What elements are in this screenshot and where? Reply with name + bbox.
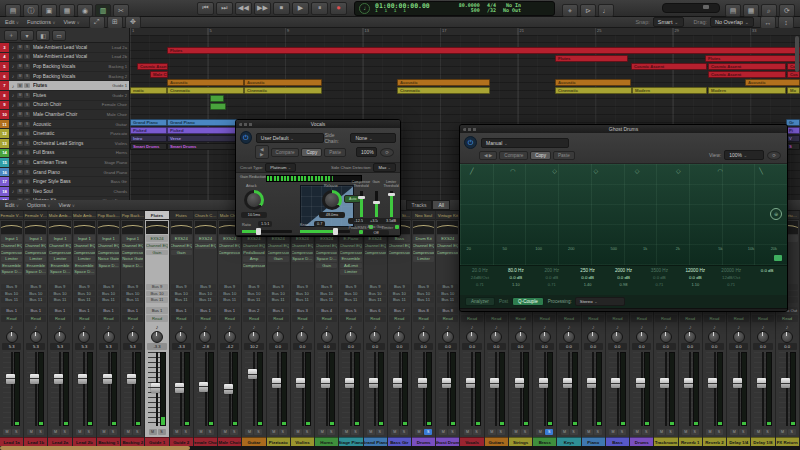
audio-fx-slot[interactable]: Channel EQ — [98, 243, 119, 249]
solo-button[interactable]: S — [24, 83, 30, 88]
send-slot[interactable]: Bus 9 — [195, 284, 216, 290]
arrange-region[interactable]: Cinematic — [167, 87, 244, 94]
ratio-slider[interactable] — [242, 230, 292, 233]
inspector-icon[interactable]: ⓘ — [23, 4, 39, 17]
eq-band-6[interactable]: 3500 Hz0.0 dB0.71 — [641, 268, 677, 295]
audio-fx-slot[interactable]: Space D… — [316, 256, 337, 262]
mixer-strip[interactable]: Female V…Input 1Channel EQCompressorLimi… — [0, 211, 24, 447]
arrange-region[interactable]: Acoustic — [244, 79, 322, 86]
automation-mode-button[interactable]: Read — [316, 315, 337, 322]
paste-button[interactable]: Paste — [324, 148, 346, 157]
audio-fx-slot[interactable]: Gain — [316, 263, 337, 269]
arrange-region[interactable]: Acoustic — [745, 79, 800, 86]
drag-selector[interactable]: No Overlap — [710, 17, 754, 27]
automation-mode-button[interactable]: Read — [1, 315, 22, 322]
strip-eq-thumbnail[interactable] — [413, 221, 434, 234]
strip-setting-button[interactable]: Vintage Kit — [436, 211, 459, 220]
automation-mode-button[interactable]: Read — [195, 315, 216, 322]
strip-output-slot[interactable]: Bus 5 — [340, 307, 361, 314]
pan-knob[interactable] — [175, 331, 187, 343]
mute-button[interactable]: M — [76, 429, 84, 435]
arrange-region[interactable]: Gr — [786, 119, 800, 126]
solo-button[interactable]: S — [303, 429, 311, 435]
knee-slider[interactable] — [300, 230, 350, 233]
send-slot[interactable]: Bus 11 — [340, 297, 361, 303]
window-zoom-selector[interactable]: 100% — [356, 147, 377, 157]
volume-fader[interactable] — [730, 352, 747, 426]
track-header-row[interactable]: 6♪MSPop Backing VocalsBacking 2 — [0, 72, 129, 82]
track-header-row[interactable]: 18♪MSNeo SoulChords — [0, 187, 129, 197]
eq-band-1[interactable]: 20.0 Hz24dB/Oct0.71 — [462, 268, 498, 295]
solo-button[interactable]: S — [327, 429, 335, 435]
forward-button[interactable]: ▶▶ — [254, 2, 271, 15]
preset-selector[interactable]: User Default — [256, 133, 325, 143]
mute-button[interactable]: M — [367, 429, 375, 435]
send-slot[interactable]: Bus 11 — [413, 297, 434, 303]
strip-eq-thumbnail[interactable] — [195, 221, 216, 234]
strip-instrument-slot[interactable]: Input 1 — [98, 235, 119, 242]
solo-button[interactable]: S — [182, 429, 190, 435]
send-slot[interactable]: Bus 9 — [171, 284, 192, 290]
pan-knob[interactable] — [708, 331, 720, 343]
mixer-strip[interactable]: AcousticEXS24Channel EQPedalboardAmpComp… — [242, 211, 266, 447]
eq-band-icon-7[interactable]: ◠ — [717, 167, 722, 174]
solo-button[interactable]: S — [691, 429, 699, 435]
send-slot[interactable]: Bus 11 — [122, 297, 143, 303]
volume-fader[interactable] — [100, 352, 117, 426]
strip-eq-thumbnail[interactable] — [122, 221, 143, 234]
arrange-region[interactable]: Mo — [787, 87, 800, 94]
audio-fx-slot[interactable]: Limiter — [74, 256, 95, 262]
track-header-row[interactable]: 10♪MSMale Chamber ChoirMale Choir — [0, 110, 129, 120]
audio-fx-slot[interactable]: Compressor — [122, 250, 143, 256]
audio-fx-slot[interactable]: Channel EQ — [122, 243, 143, 249]
mute-button[interactable]: M — [17, 112, 23, 117]
volume-fader[interactable] — [609, 352, 626, 426]
strip-instrument-slot[interactable]: EXS24 — [437, 235, 458, 242]
solo-button[interactable]: S — [24, 160, 30, 165]
strip-output-slot[interactable]: Bus 1 — [25, 307, 46, 314]
strip-instrument-slot[interactable]: Input 1 — [49, 235, 70, 242]
link-icon[interactable]: ⟳ — [767, 151, 781, 160]
volume-fader[interactable] — [197, 352, 214, 426]
send-slot[interactable]: Bus 11 — [171, 297, 192, 303]
strip-setting-button[interactable]: Church C… — [194, 211, 217, 220]
mute-button[interactable]: M — [17, 93, 23, 98]
eq-band-5[interactable]: 2000 Hz0.0 dB0.98 — [606, 268, 642, 295]
audio-fx-slot[interactable]: Space D… — [74, 269, 95, 275]
fader-handle[interactable] — [466, 378, 475, 388]
send-slot[interactable]: Bus 10 — [195, 291, 216, 297]
menu-functions[interactable]: Functions — [27, 19, 55, 25]
audio-fx-slot[interactable]: Channel EQ — [25, 243, 46, 249]
mute-button[interactable]: M — [149, 429, 157, 435]
send-slot[interactable]: Bus 11 — [389, 297, 410, 303]
snap-selector[interactable]: Smart — [653, 17, 684, 27]
strip-eq-thumbnail[interactable] — [1, 221, 22, 234]
strip-instrument-slot[interactable]: Input 1 — [74, 235, 95, 242]
solo-button[interactable]: S — [24, 112, 30, 117]
volume-fader[interactable] — [51, 352, 68, 426]
track-header-row[interactable]: 12♪MSCinematicPizzicato — [0, 129, 129, 139]
mute-button[interactable]: M — [415, 429, 423, 435]
solo-button[interactable]: S — [24, 64, 30, 69]
pan-knob[interactable] — [442, 331, 454, 343]
audio-fx-slot[interactable]: Limiter — [1, 256, 22, 262]
send-slot[interactable]: Bus 10 — [49, 291, 70, 297]
volume-fader[interactable] — [221, 352, 238, 426]
send-slot[interactable]: Bus 11 — [49, 297, 70, 303]
mixer-strip[interactable]: Grand Pi…EXS24Channel EQCompressorBus 9B… — [364, 211, 388, 447]
audio-fx-slot[interactable]: Limiter — [49, 256, 70, 262]
mute-button[interactable]: M — [17, 45, 23, 50]
strip-output-slot[interactable]: Bus 1 — [74, 307, 95, 314]
audio-fx-slot[interactable]: Channel EQ — [146, 243, 167, 249]
mute-button[interactable]: M — [657, 429, 665, 435]
audio-fx-slot[interactable]: Compressor — [437, 250, 458, 256]
automation-mode-button[interactable]: Read — [243, 315, 264, 322]
mute-button[interactable]: M — [706, 429, 714, 435]
fader-handle[interactable] — [393, 378, 402, 388]
strip-output-slot[interactable]: Bus 7 — [389, 307, 410, 314]
strip-setting-button[interactable]: Female V… — [24, 211, 47, 220]
strip-output-slot[interactable]: Bus 2 — [243, 307, 264, 314]
send-slot[interactable]: Bus 9 — [389, 284, 410, 290]
arrange-scrollbar[interactable] — [795, 36, 799, 72]
audio-fx-slot[interactable]: Space D… — [292, 256, 313, 262]
